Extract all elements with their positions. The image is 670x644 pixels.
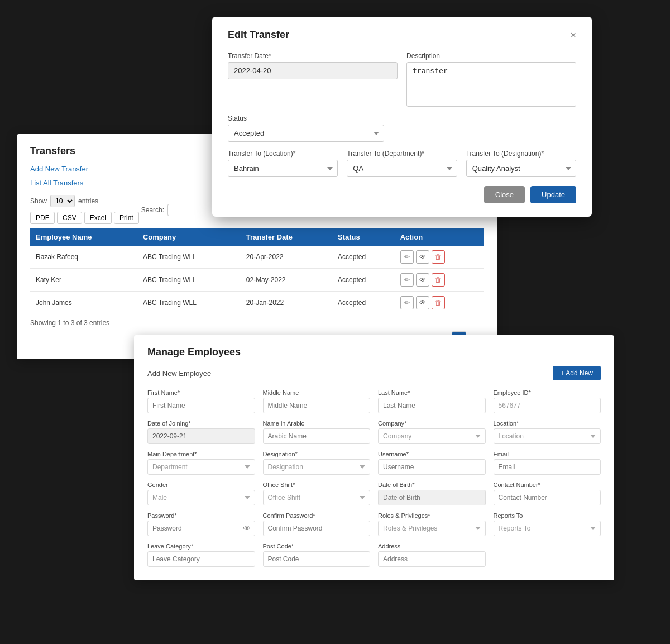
emp-label-19: Reports To [494,512,601,519]
cell-status: Accepted [332,292,395,314]
cell-action: ✏ 👁 🗑 [395,269,484,292]
emp-label-1: Middle Name [263,389,371,396]
emp-field-15: Contact Number* [494,481,601,505]
cell-date: 20-Jan-2022 [241,292,332,314]
edit-btn[interactable]: ✏ [400,250,414,264]
transfer-department-label: Transfer To (Department)* [347,150,457,158]
employee-form-grid: First Name*Middle NameLast Name*Employee… [147,389,601,567]
manage-employees-panel: Manage Employees Add New Employee + Add … [134,335,614,580]
emp-input-20[interactable] [147,551,255,567]
emp-label-15: Contact Number* [494,481,601,488]
add-new-employee-btn[interactable]: + Add New [553,366,601,380]
emp-field-5: Name in Arabic [263,420,371,444]
entries-label: entries [78,197,98,205]
emp-label-16: Password* [147,512,255,519]
emp-field-7: Location*Location [494,420,601,444]
cell-company: ABC Trading WLL [137,246,241,269]
edit-transfer-modal: Edit Transfer × Transfer Date* Descripti… [212,17,592,217]
description-textarea[interactable]: transfer [406,62,576,107]
modal-header: Edit Transfer × [228,29,576,41]
emp-input-15[interactable] [494,490,601,505]
edit-btn[interactable]: ✏ [400,273,414,287]
emp-input-11[interactable] [494,459,601,475]
manage-employees-title: Manage Employees [147,346,601,358]
emp-field-16: Password*👁 [147,512,255,536]
view-btn[interactable]: 👁 [416,250,429,264]
transfer-date-input[interactable] [228,62,398,79]
cell-status: Accepted [332,246,395,269]
close-button[interactable]: Close [484,186,525,203]
emp-input-16[interactable] [147,521,255,536]
emp-field-18: Roles & Privileges*Roles & Privileges [378,512,486,536]
edit-btn[interactable]: ✏ [400,296,414,309]
emp-label-8: Main Department* [147,451,255,457]
emp-label-18: Roles & Privileges* [378,512,486,519]
modal-close-btn[interactable]: × [570,30,576,40]
transfer-location-select[interactable]: Bahrain [228,160,338,177]
cell-company: ABC Trading WLL [137,292,241,314]
emp-input-10[interactable] [378,459,486,475]
description-group: Description transfer [406,52,576,107]
cell-date: 20-Apr-2022 [241,246,332,269]
emp-input-22[interactable] [378,551,486,567]
view-btn[interactable]: 👁 [416,296,429,309]
transfer-location-group: Transfer To (Location)* Bahrain [228,150,338,177]
emp-field-9: Designation*Designation [263,451,371,475]
update-button[interactable]: Update [530,186,576,203]
emp-field-4: Date of Joining* [147,420,255,444]
emp-input-17[interactable] [263,521,371,536]
emp-input-4[interactable] [147,428,255,444]
view-btn[interactable]: 👁 [416,273,429,287]
password-eye-icon[interactable]: 👁 [243,524,251,533]
status-group: Status Accepted [228,115,384,142]
emp-input-2[interactable] [378,398,486,413]
col-action: Action [395,228,484,246]
emp-label-12: Gender [147,481,255,488]
print-button[interactable]: Print [114,212,139,224]
entries-select[interactable]: 10 [50,195,75,207]
pdf-button[interactable]: PDF [30,212,55,224]
delete-btn[interactable]: 🗑 [432,296,445,309]
emp-select-19[interactable]: Reports To [494,521,601,536]
emp-field-21: Post Code* [263,543,371,567]
cell-employee-name: John James [30,292,137,314]
transfer-designation-select[interactable]: Quality Analyst [466,160,576,177]
emp-select-6[interactable]: Company [378,428,486,444]
emp-input-0[interactable] [147,398,255,413]
emp-field-3: Employee ID* [494,389,601,413]
emp-input-1[interactable] [263,398,371,413]
emp-input-3[interactable] [494,398,601,413]
status-select[interactable]: Accepted [228,125,384,142]
excel-button[interactable]: Excel [84,212,112,224]
emp-label-13: Office Shift* [263,481,371,488]
emp-select-9[interactable]: Designation [263,459,371,475]
transfer-location-label: Transfer To (Location)* [228,150,338,158]
emp-select-7[interactable]: Location [494,428,601,444]
emp-field-19: Reports ToReports To [494,512,601,536]
transfer-date-group: Transfer Date* [228,52,398,107]
emp-field-8: Main Department*Department [147,451,255,475]
delete-btn[interactable]: 🗑 [432,273,445,287]
emp-select-12[interactable]: Male [147,490,255,505]
emp-field-0: First Name* [147,389,255,413]
status-label: Status [228,115,384,122]
description-label: Description [406,52,576,60]
emp-select-13[interactable]: Office Shift [263,490,371,505]
delete-btn[interactable]: 🗑 [432,250,445,264]
emp-select-18[interactable]: Roles & Privileges [378,521,486,536]
emp-input-14[interactable] [378,490,486,505]
csv-button[interactable]: CSV [57,212,82,224]
emp-label-5: Name in Arabic [263,420,371,427]
emp-label-6: Company* [378,420,486,427]
emp-label-7: Location* [494,420,601,427]
emp-input-21[interactable] [263,551,371,567]
emp-field-13: Office Shift*Office Shift [263,481,371,505]
emp-select-8[interactable]: Department [147,459,255,475]
search-label: Search: [141,206,164,214]
transfers-table: Employee Name Company Transfer Date Stat… [30,228,484,314]
table-row: Razak Rafeeq ABC Trading WLL 20-Apr-2022… [30,246,484,269]
add-new-transfer-link[interactable]: Add New Transfer [30,165,88,173]
transfer-department-select[interactable]: QA [347,160,457,177]
emp-label-3: Employee ID* [494,389,601,396]
emp-input-5[interactable] [263,428,371,444]
